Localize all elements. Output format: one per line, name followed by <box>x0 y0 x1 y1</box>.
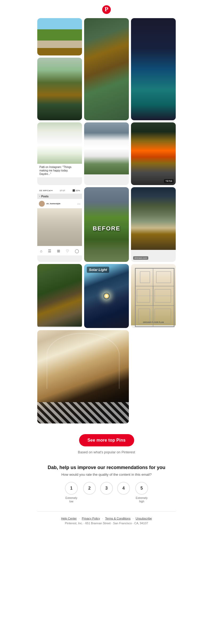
footer-links: Help Center · Privacy Policy · Terms & C… <box>61 517 152 520</box>
pin-outdoor-lights[interactable]: Artmaxs.com <box>131 187 176 262</box>
svg-rect-9 <box>140 271 150 283</box>
pin-floor-plan[interactable]: GROUND FLOOR PLAN <box>131 264 176 328</box>
svg-rect-14 <box>155 309 171 323</box>
phone-more-icon[interactable]: ··· <box>77 202 80 206</box>
tiktok-badge: TikTok <box>164 179 174 183</box>
phone-status-bar: EE WiFiCall ▾ 17:17 ⬛ 32% <box>37 187 82 194</box>
pin-garden-lawn[interactable] <box>37 18 82 55</box>
pin-phone-screenshot[interactable]: EE WiFiCall ▾ 17:17 ⬛ 32% ‹ Posts ck_hom… <box>37 187 82 262</box>
footer-link-help[interactable]: Help Center <box>61 517 77 520</box>
pinterest-logo: P <box>102 5 111 14</box>
see-more-section: See more top Pins Based on what's popula… <box>37 428 176 459</box>
phone-heart-icon[interactable]: ♡ <box>66 249 69 253</box>
solar-overlay-text: Solar Light <box>87 267 109 273</box>
page-header: P <box>0 0 213 18</box>
footer-address: Pinterest, Inc. · 651 Brannan Street · S… <box>65 522 148 525</box>
before-overlay-text: BEFORE <box>93 225 120 232</box>
pin-white-farmhouse[interactable] <box>84 122 129 185</box>
rating-circle-3[interactable]: 3 <box>100 482 113 495</box>
rating-circle-5[interactable]: 5 <box>135 482 148 495</box>
rating-title: Dab, help us improve our recommendations… <box>48 465 165 470</box>
pin-hallway[interactable] <box>37 330 129 423</box>
pin-grid: Patti on Instagram: "Things making me ha… <box>37 18 176 428</box>
pin-green-wall[interactable] <box>37 264 82 328</box>
rating-circle-2[interactable]: 2 <box>83 482 96 495</box>
pin-before-lawn[interactable]: BEFORE <box>84 187 129 262</box>
rating-subtitle: How would you rate the quality of the co… <box>62 473 152 477</box>
footer-link-unsubscribe[interactable]: Unsubscribe <box>136 517 152 520</box>
pin-white-house[interactable]: Patti on Instagram: "Things making me ha… <box>37 122 82 185</box>
based-on-text: Based on what's popular on Pinterest <box>78 450 135 454</box>
phone-search-icon[interactable]: ☰ <box>48 249 51 253</box>
svg-rect-13 <box>138 309 150 323</box>
phone-profile-icon[interactable]: ◯ <box>75 249 79 253</box>
rating-item-4: 4 <box>117 482 130 496</box>
phone-post-header: ck_homestyle ··· <box>37 199 82 209</box>
pin-white-house-caption: Patti on Instagram: "Things making me ha… <box>37 164 82 177</box>
pin-solar-panel[interactable]: Solar Light <box>84 264 129 328</box>
phone-nav-bar: ‹ Posts <box>37 194 82 199</box>
phone-home-icon[interactable]: ⌂ <box>40 249 42 253</box>
pin-fire-poles[interactable] <box>37 58 82 120</box>
artmaxs-badge: Artmaxs.com <box>133 256 148 260</box>
rating-section: Dab, help us improve our recommendations… <box>37 459 176 511</box>
phone-avatar <box>39 201 45 207</box>
phone-bottom-bar: ⌂ ☰ ⊞ ♡ ◯ <box>37 246 82 255</box>
rating-circle-4[interactable]: 4 <box>117 482 130 495</box>
pin-deck-aerial[interactable] <box>84 18 129 120</box>
phone-add-icon[interactable]: ⊞ <box>57 249 60 253</box>
pin-pool-interior[interactable] <box>131 18 176 120</box>
svg-text:P: P <box>105 6 108 13</box>
rating-label-1: Extremely low <box>64 496 79 503</box>
rating-circle-1[interactable]: 1 <box>65 482 78 495</box>
phone-image-area <box>37 209 82 246</box>
rating-stars: 1 Extremely low 2 3 4 5 Extremely high <box>64 482 149 503</box>
rating-item-5: 5 Extremely high <box>134 482 149 503</box>
rating-item-1: 1 Extremely low <box>64 482 79 503</box>
rating-item-2: 2 <box>83 482 96 496</box>
phone-username: ck_homestyle <box>46 202 60 205</box>
footer-link-terms[interactable]: Terms & Conditions <box>105 517 130 520</box>
rating-item-3: 3 <box>100 482 113 496</box>
svg-rect-10 <box>156 271 171 283</box>
rating-label-5: Extremely high <box>134 496 149 503</box>
footer-link-privacy[interactable]: Privacy Policy <box>82 517 100 520</box>
see-more-button[interactable]: See more top Pins <box>79 434 134 446</box>
footer: Help Center · Privacy Policy · Terms & C… <box>37 511 176 533</box>
pin-pergola-firepit[interactable]: TikTok <box>131 122 176 185</box>
